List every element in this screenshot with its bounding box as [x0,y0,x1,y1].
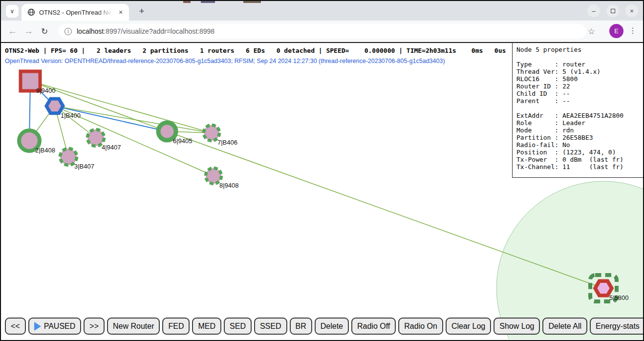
node-label-6: 6|9405 [173,137,193,145]
browser-menu-icon[interactable]: ⋮ [629,26,637,35]
panel-line [516,105,643,112]
panel-line: Child ID : -- [516,90,643,97]
panel-line: RLOC16 : 5800 [516,75,643,83]
toolbar-button-label: Radio On [404,322,437,331]
window-controls: – × [587,4,638,17]
toolbar-button-delete-all[interactable]: Delete All [542,318,587,335]
toolbar-button-label: Show Log [499,322,534,331]
panel-line: Thread Ver: 5 (v1.4.x) [516,68,643,75]
otns-canvas-area: 9|94001|B4002|B4083|B4074|94076|94057|B4… [1,42,643,339]
node-properties-panel: Node 5 properties Type : routerThread Ve… [512,43,643,178]
tab-strip: ∨ OTNS2 - OpenThread Ne × + – × [1,1,643,21]
node-label-4: 4|9407 [102,144,121,151]
play-icon [34,322,41,331]
openthread-version-text: OpenThread Version: OPENTHREAD/thread-re… [5,58,445,64]
toolbar-button-label: MED [198,322,215,331]
tab-close-icon[interactable]: × [116,8,125,17]
node-label-3: 3|B407 [74,163,94,170]
panel-line: Position : (1223, 474, 0) [516,149,643,156]
node-properties-lines: Type : routerThread Ver: 5 (v1.4.x)RLOC1… [516,61,643,170]
minimize-button[interactable]: – [587,4,600,17]
node-properties-title: Node 5 properties [516,46,643,53]
toolbar-button-label: SED [230,322,246,331]
toolbar-button-label: >> [89,322,99,331]
node-label-9: 9|9400 [36,87,56,94]
tab-title: OTNS2 - OpenThread Ne [39,9,112,16]
toolbar-button-paused[interactable]: PAUSED [28,318,82,335]
panel-line: Role : Leader [516,119,643,127]
toolbar-button-step-forward[interactable]: >> [84,318,105,335]
panel-line: Partition : 26E58BE3 [516,134,643,141]
toolbar-button-radio-on[interactable]: Radio On [398,318,443,335]
url-path: :8997/visualize?addr=localhost:8998 [104,27,215,35]
browser-window: ∨ OTNS2 - OpenThread Ne × + – × ← → ↻ i … [0,0,644,341]
node-label-8: 8|9408 [219,182,239,189]
toolbar-button-br[interactable]: BR [290,318,312,335]
reload-icon[interactable]: ↻ [41,26,48,37]
url-host: localhost [77,27,104,35]
toolbar-button-radio-off[interactable]: Radio Off [351,318,396,335]
node-label-5: 5|5800 [609,294,629,301]
toolbar-button-label: Delete All [548,322,581,331]
minimize-icon: – [592,7,595,15]
toolbar-button-label: << [11,322,20,331]
toolbar-button-ssed[interactable]: SSED [254,318,287,335]
toolbar-button-label: Clear Log [451,322,485,331]
browser-toolbar: ← → ↻ i localhost:8997/visualize?addr=lo… [1,21,643,42]
back-icon[interactable]: ← [8,26,17,37]
toolbar-button-med[interactable]: MED [192,318,221,335]
panel-line: Tx-Power : 0 dBm (last fr) [516,156,643,163]
simulation-button-bar: <<PAUSED>>New RouterFEDMEDSEDSSEDBRDelet… [5,318,643,335]
toolbar-button-sed[interactable]: SED [224,318,252,335]
link-1-7 [55,106,212,133]
chevron-down-icon: ∨ [10,8,15,15]
globe-favicon-icon [27,8,35,16]
tab-otns2[interactable]: OTNS2 - OpenThread Ne × [21,4,129,21]
close-icon: × [630,7,634,15]
toolbar-button-label: BR [296,322,306,331]
toolbar-button-delete[interactable]: Delete [315,318,349,335]
profile-avatar[interactable]: E [609,24,623,38]
toolbar-button-label: Delete [321,322,343,331]
toolbar-button-label: FED [168,322,184,331]
panel-line: Tx-Channel: 11 (last fr) [516,163,643,170]
forward-icon[interactable]: → [24,26,33,37]
panel-line: Radio-fail: No [516,141,643,149]
maximize-button[interactable] [606,4,619,17]
site-info-icon[interactable]: i [64,28,72,35]
toolbar-button-label: Energy-stats ↗ [596,321,643,331]
tab-search-button[interactable]: ∨ [6,5,19,18]
panel-line: Mode : rdn [516,127,643,134]
node-label-7: 7|B406 [217,139,237,146]
simulation-status-bar: OTNS2-Web | FPS= 60 | 2 leaders 2 partit… [5,47,506,54]
top-edge-artifacts [162,1,338,3]
toolbar-button-clear-log[interactable]: Clear Log [446,318,491,335]
toolbar-button-show-log[interactable]: Show Log [494,318,540,335]
toolbar-button-label: PAUSED [44,322,76,331]
panel-line: Parent : -- [516,97,643,105]
toolbar-button-energy-stats[interactable]: Energy-stats ↗ [590,318,643,335]
node-label-2: 2|B408 [35,147,55,154]
panel-line: ExtAddr : AEA2EEB4751A2800 [516,112,643,119]
node-label-1: 1|B400 [61,112,81,119]
panel-line: Type : router [516,61,643,68]
toolbar-button-label: SSED [260,322,281,331]
toolbar-button-label: New Router [113,322,154,331]
url-text: localhost:8997/visualize?addr=localhost:… [77,27,215,35]
toolbar-button-fed[interactable]: FED [162,318,190,335]
maximize-icon [611,9,615,13]
radio-range-circle [496,181,643,339]
toolbar-button-new-router[interactable]: New Router [107,318,160,335]
toolbar-button-step-back[interactable]: << [5,318,26,335]
toolbar-button-label: Radio Off [357,322,390,331]
address-bar[interactable]: i localhost:8997/visualize?addr=localhos… [59,24,586,39]
new-tab-button[interactable]: + [136,5,148,17]
node-5[interactable] [595,281,612,295]
node-1[interactable] [46,99,63,113]
close-button[interactable]: × [625,4,638,17]
panel-line: Router ID : 22 [516,83,643,90]
bookmark-star-icon[interactable]: ☆ [588,26,595,37]
